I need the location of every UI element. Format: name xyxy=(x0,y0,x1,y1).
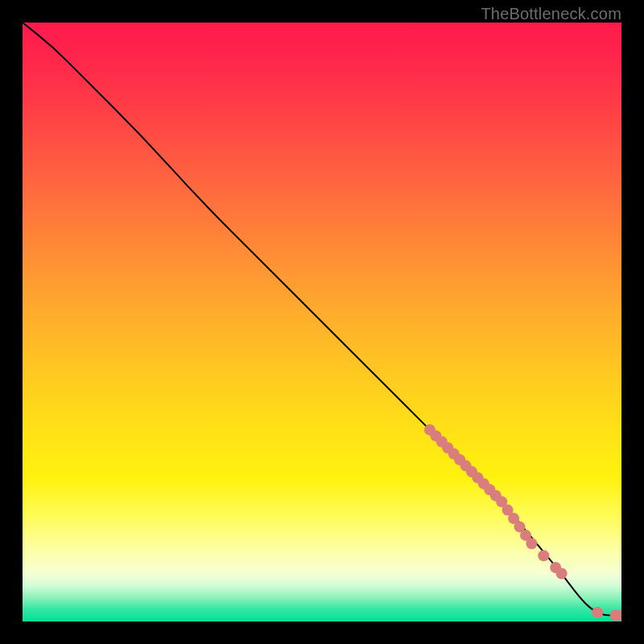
plot-area xyxy=(23,23,621,621)
chart-frame: TheBottleneck.com xyxy=(0,0,644,644)
data-point xyxy=(538,550,549,561)
data-markers xyxy=(424,424,621,621)
data-point xyxy=(556,568,568,580)
data-point xyxy=(526,538,537,549)
bottleneck-curve xyxy=(23,23,621,616)
chart-svg xyxy=(23,23,621,621)
watermark-text: TheBottleneck.com xyxy=(481,5,621,23)
data-point xyxy=(592,607,603,618)
